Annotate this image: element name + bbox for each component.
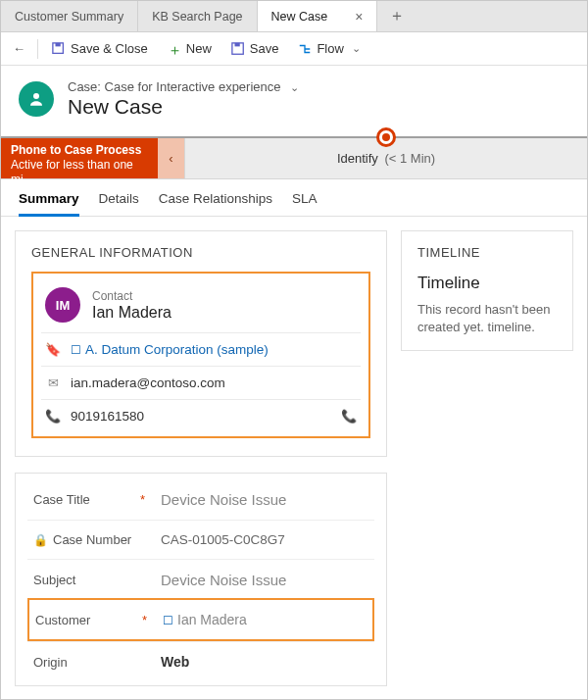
field-label: Customer: [35, 613, 90, 627]
process-name: Phone to Case Process: [11, 143, 148, 158]
subject-input[interactable]: Device Noise Issue: [161, 572, 368, 588]
new-button[interactable]: ＋ New: [160, 37, 220, 60]
stage-identify[interactable]: Identify (< 1 Min): [185, 138, 587, 178]
tab-strip: Customer Summary KB Search Page New Case…: [1, 1, 587, 32]
field-label: Case Number: [53, 532, 131, 547]
add-tab-button[interactable]: ＋: [377, 1, 416, 31]
email-value[interactable]: ian.madera@contoso.com: [71, 375, 225, 390]
tab-kb-search[interactable]: KB Search Page: [138, 1, 257, 31]
origin-input[interactable]: Web: [161, 654, 368, 670]
form-tab-details[interactable]: Details: [99, 191, 139, 216]
call-icon[interactable]: 📞: [341, 409, 357, 424]
save-close-button[interactable]: Save & Close: [44, 37, 156, 60]
required-indicator: *: [142, 613, 147, 627]
lock-icon: 🔒: [33, 533, 48, 547]
account-lookup[interactable]: ☐A. Datum Corporation (sample): [71, 342, 269, 357]
timeline-heading: Timeline: [417, 274, 557, 293]
account-row: 🔖 ☐A. Datum Corporation (sample): [41, 332, 361, 366]
section-title: TIMELINE: [417, 245, 557, 260]
field-origin: Origin Web: [27, 641, 374, 681]
plus-icon: ＋: [168, 42, 181, 56]
chevron-down-icon: ⌄: [352, 42, 361, 55]
tab-label: KB Search Page: [152, 10, 242, 24]
phone-row: 📞 9019161580 📞: [41, 399, 361, 432]
breadcrumb-text: Case: Case for Interactive experience: [68, 79, 281, 94]
form-tab-summary[interactable]: Summary: [19, 191, 79, 217]
stage-time: (< 1 Min): [384, 151, 435, 166]
save-close-icon: [52, 42, 66, 56]
form-tab-case-relationships[interactable]: Case Relationships: [159, 191, 272, 216]
field-subject: Subject Device Noise Issue: [27, 559, 374, 600]
bookmark-icon: 🔖: [45, 342, 61, 357]
flow-button[interactable]: Flow ⌄: [290, 37, 368, 60]
chevron-down-icon: ⌄: [290, 81, 299, 93]
contact-card-header: IM Contact Ian Madera: [41, 281, 361, 332]
field-case-title: Case Title * Device Noise Issue: [27, 479, 374, 520]
lookup-icon: ☐: [71, 343, 81, 357]
phone-value[interactable]: 9019161580: [71, 409, 144, 424]
contact-name[interactable]: Ian Madera: [92, 304, 172, 322]
stage-label: Identify: [337, 151, 378, 166]
button-label: Save: [250, 41, 279, 56]
field-label: Subject: [33, 573, 75, 587]
entity-icon: [19, 81, 54, 117]
section-general-information: GENERAL INFORMATION IM Contact Ian Mader…: [15, 230, 387, 457]
section-timeline: TIMELINE Timeline This record hasn't bee…: [401, 230, 573, 351]
button-label: Flow: [317, 41, 343, 56]
customer-lookup[interactable]: ☐Ian Madera: [163, 612, 367, 627]
svg-point-4: [33, 93, 39, 99]
customer-value: Ian Madera: [177, 612, 247, 627]
tab-label: Customer Summary: [15, 10, 123, 24]
field-label: Origin: [33, 655, 68, 670]
command-bar: ← Save & Close ＋ New Save Flow ⌄: [1, 32, 587, 66]
field-label: Case Title: [33, 492, 90, 507]
tab-new-case[interactable]: New Case ×: [258, 1, 378, 31]
phone-icon: 📞: [45, 409, 61, 424]
section-case-fields: Case Title * Device Noise Issue 🔒 Case N…: [15, 473, 387, 686]
collapse-process-button[interactable]: ‹: [158, 138, 185, 178]
contact-field-label: Contact: [92, 289, 172, 303]
process-status: Active for less than one mi…: [11, 158, 148, 187]
separator: [37, 39, 38, 59]
close-icon[interactable]: ×: [355, 10, 363, 24]
chevron-left-icon: ‹: [169, 151, 172, 166]
case-title-input[interactable]: Device Noise Issue: [161, 491, 368, 508]
process-name-flag[interactable]: Phone to Case Process Active for less th…: [1, 138, 158, 178]
field-case-number: 🔒 Case Number CAS-01005-C0C8G7: [27, 520, 374, 559]
button-label: New: [186, 41, 212, 56]
back-button[interactable]: ←: [7, 37, 31, 60]
breadcrumb[interactable]: Case: Case for Interactive experience ⌄: [68, 79, 299, 94]
page-title: New Case: [68, 95, 299, 119]
contact-card-highlight: IM Contact Ian Madera 🔖 ☐A. Datum Corpor…: [31, 272, 370, 438]
email-icon: ✉: [45, 375, 61, 390]
record-header: Case: Case for Interactive experience ⌄ …: [1, 66, 587, 136]
avatar: IM: [45, 287, 80, 323]
field-customer: Customer * ☐Ian Madera: [29, 600, 372, 639]
tab-label: New Case: [271, 10, 328, 24]
customer-field-highlight: Customer * ☐Ian Madera: [27, 598, 374, 641]
svg-rect-3: [234, 42, 239, 46]
button-label: Save & Close: [71, 41, 148, 56]
tab-customer-summary[interactable]: Customer Summary: [1, 1, 138, 31]
save-icon: [231, 42, 245, 56]
save-button[interactable]: Save: [223, 37, 287, 60]
svg-rect-1: [56, 42, 61, 46]
case-number-value: CAS-01005-C0C8G7: [161, 532, 368, 547]
business-process-flow: Phone to Case Process Active for less th…: [1, 136, 587, 179]
lookup-icon: ☐: [163, 614, 173, 627]
section-title: GENERAL INFORMATION: [31, 245, 370, 260]
timeline-empty-message: This record hasn't been created yet. tim…: [417, 301, 557, 336]
form-tab-sla[interactable]: SLA: [292, 191, 318, 216]
account-name: A. Datum Corporation (sample): [85, 342, 269, 357]
email-row: ✉ ian.madera@contoso.com: [41, 366, 361, 399]
required-indicator: *: [140, 492, 145, 507]
flow-icon: [298, 42, 312, 56]
stage-marker-icon: [376, 127, 396, 147]
form-body: GENERAL INFORMATION IM Contact Ian Mader…: [1, 217, 587, 700]
